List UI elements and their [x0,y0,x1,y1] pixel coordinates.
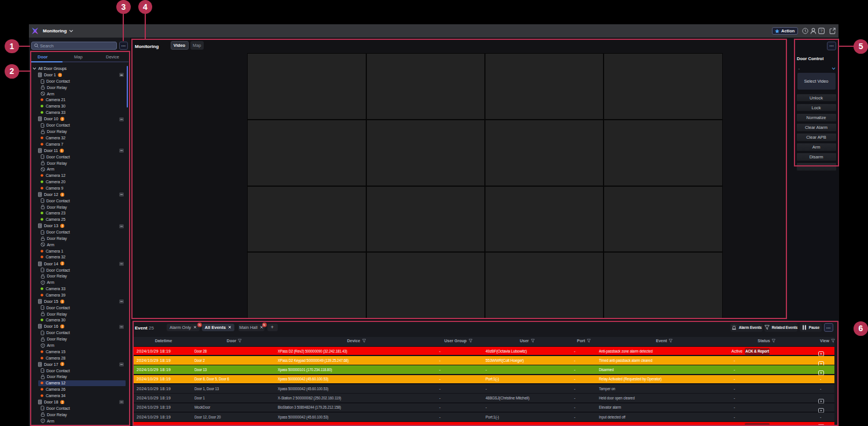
svg-text:?: ? [820,29,822,33]
